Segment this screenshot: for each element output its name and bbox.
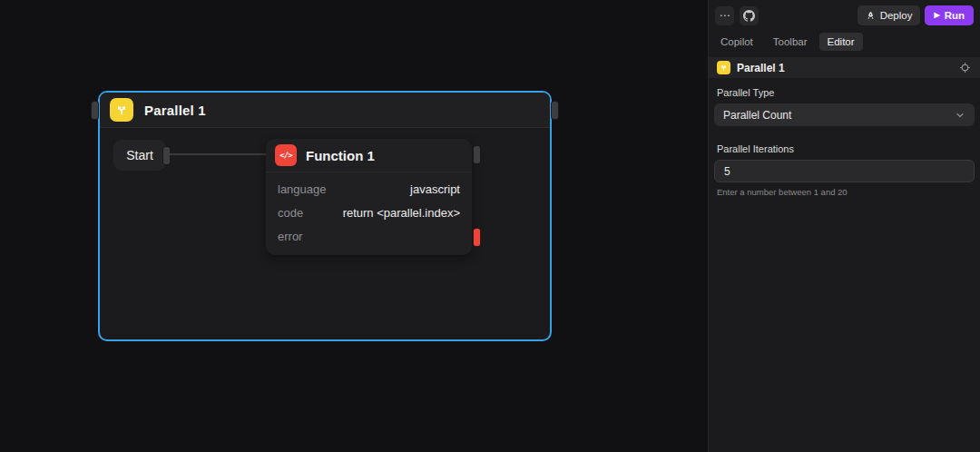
more-icon: ⋯ — [720, 9, 730, 22]
deploy-button[interactable]: Deploy — [858, 5, 921, 25]
tab-copilot[interactable]: Copilot — [712, 33, 761, 51]
start-node[interactable]: Start — [113, 140, 166, 171]
run-button[interactable]: ▶ Run — [925, 5, 974, 25]
function-node[interactable]: </> Function 1 language javascript code … — [266, 139, 472, 255]
group-output-port[interactable] — [552, 102, 558, 119]
inspector-fields: Parallel Type Parallel Count Parallel It… — [709, 87, 980, 197]
tab-editor[interactable]: Editor — [819, 33, 863, 51]
gear-icon[interactable] — [957, 61, 972, 75]
property-row-language[interactable]: language javascript — [266, 177, 472, 201]
property-label: language — [278, 182, 327, 196]
code-icon: </> — [275, 144, 297, 166]
parallel-group-header[interactable]: Parallel 1 — [100, 93, 550, 128]
panel-tabs: Copilot Toolbar Editor — [709, 25, 980, 57]
property-row-error[interactable]: error — [266, 224, 472, 248]
property-value: return <parallel.index> — [343, 206, 460, 220]
run-button-label: Run — [945, 10, 965, 21]
chevron-down-icon — [955, 110, 965, 121]
connector-wire — [170, 153, 267, 155]
panel-topbar: ⋯ Deploy — [709, 0, 980, 25]
workflow-builder-app: Parallel 1 Start </> Function 1 language… — [0, 0, 980, 452]
github-button[interactable] — [740, 6, 759, 25]
group-title: Parallel 1 — [144, 103, 206, 118]
property-label: code — [278, 206, 303, 220]
function-error-port[interactable] — [474, 229, 480, 246]
function-node-title: Function 1 — [306, 148, 375, 163]
start-node-label: Start — [126, 148, 153, 162]
function-node-header[interactable]: </> Function 1 — [266, 139, 472, 172]
flow-canvas[interactable]: Parallel 1 Start </> Function 1 language… — [0, 0, 708, 452]
rocket-icon — [866, 11, 876, 21]
selected-node-title: Parallel 1 — [737, 62, 951, 74]
parallel-iterations-label: Parallel Iterations — [717, 143, 972, 154]
parallel-iterations-input[interactable] — [714, 160, 975, 182]
start-output-port[interactable] — [163, 147, 170, 164]
parallel-branch-icon — [717, 61, 730, 74]
property-label: error — [278, 230, 302, 243]
tab-toolbar[interactable]: Toolbar — [765, 33, 816, 51]
parallel-type-value: Parallel Count — [723, 109, 791, 122]
function-output-port[interactable] — [474, 146, 480, 163]
parallel-group-node[interactable]: Parallel 1 Start </> Function 1 language… — [98, 91, 552, 341]
property-row-code[interactable]: code return <parallel.index> — [266, 201, 472, 224]
property-value: javascript — [410, 182, 460, 196]
deploy-button-label: Deploy — [880, 10, 913, 21]
parallel-type-label: Parallel Type — [717, 87, 972, 98]
group-input-port[interactable] — [92, 102, 98, 119]
inspector-panel: ⋯ Deploy — [708, 0, 980, 452]
play-icon: ▶ — [934, 12, 939, 19]
selected-node-header[interactable]: Parallel 1 — [709, 57, 980, 78]
parallel-type-select[interactable]: Parallel Count — [714, 103, 975, 126]
github-icon — [743, 10, 755, 22]
function-node-properties: language javascript code return <paralle… — [266, 172, 472, 255]
parallel-iterations-help: Enter a number between 1 and 20 — [717, 187, 972, 197]
parallel-branch-icon — [110, 98, 133, 122]
more-options-button[interactable]: ⋯ — [715, 6, 734, 25]
